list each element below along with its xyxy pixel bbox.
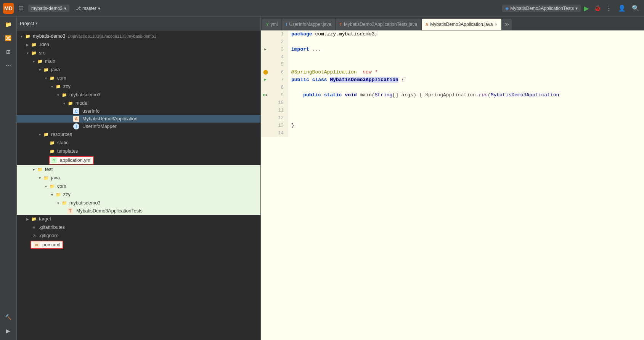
app-logo: MD xyxy=(3,3,14,14)
root-path-label: D:\javacode1103\javacode1103\mybatis-dem… xyxy=(67,34,156,38)
tab-overflow[interactable]: ≫ xyxy=(502,19,512,30)
line-1-content: package com.zzy.mybatisdemo3; xyxy=(288,30,644,38)
left-sidebar: 📁 🔀 ⊞ ⋯ 🔨 ▶ xyxy=(0,17,17,340)
run-tool-icon[interactable]: ▶ xyxy=(2,325,14,337)
zzy-folder-icon: 📁 xyxy=(55,83,62,90)
target-folder-item[interactable]: ▶ 📁 target xyxy=(17,215,260,223)
structure-icon[interactable]: ⊞ xyxy=(2,46,14,58)
code-line-9: ▶▶ 9 public static void main(String[] ar… xyxy=(261,91,644,99)
line-2-number: 2 xyxy=(270,38,288,46)
main-folder-label: main xyxy=(45,59,55,64)
application-yml-item[interactable]: Y application.yml xyxy=(17,155,260,165)
src-folder-item[interactable]: ▾ 📁 src xyxy=(17,49,260,57)
tab-userinfomapper-label: UserInfoMapper.java xyxy=(289,22,331,27)
tab-yml-icon: Y xyxy=(266,22,269,27)
com-folder-label: com xyxy=(57,75,66,81)
commit-icon[interactable]: 🔀 xyxy=(2,32,14,44)
mybatisdemo3-folder-item[interactable]: ▾ 📁 mybatisdemo3 xyxy=(17,91,260,99)
mybatisdemo3-arrow-icon: ▾ xyxy=(55,93,61,97)
main-folder-item[interactable]: ▾ 📁 main xyxy=(17,57,260,65)
tab-myapp-icon: A xyxy=(426,22,428,27)
test-com-label: com xyxy=(57,184,66,189)
userinfo-class-label: userInfo xyxy=(82,109,100,114)
line-14-number: 14 xyxy=(270,129,288,137)
test-mybatisdemo3-item[interactable]: ▾ 📁 mybatisdemo3 xyxy=(17,199,260,207)
line-5-content xyxy=(288,61,644,69)
branch-selector-button[interactable]: ⎇ master ▾ xyxy=(72,5,103,12)
editor-area: Y yml I UserInfoMapper.java T MybatisDem… xyxy=(261,17,644,340)
line-10-gutter xyxy=(261,99,270,107)
run-config-button[interactable]: ◈ MybatisDemo3ApplicationTests ▾ xyxy=(502,5,581,12)
main-folder-icon: 📁 xyxy=(37,58,43,65)
line-9-gutter: ▶▶ xyxy=(261,91,270,99)
test-mybatisdemo3-label: mybatisdemo3 xyxy=(69,200,100,206)
test-apptest-label: MybatisDemo3ApplicationTests xyxy=(76,208,143,214)
test-zzy-item[interactable]: ▾ 📁 zzy xyxy=(17,190,260,199)
idea-folder-item[interactable]: ▶ 📁 .idea xyxy=(17,40,260,49)
idea-arrow-icon: ▶ xyxy=(24,43,31,47)
tab-userinfomapper[interactable]: I UserInfoMapper.java xyxy=(282,19,335,30)
templates-folder-item[interactable]: 📁 templates xyxy=(17,147,260,155)
test-arrow-icon: ▾ xyxy=(31,168,37,172)
tab-yml[interactable]: Y yml xyxy=(262,19,281,30)
line-9-content: public static void main(String[] args) {… xyxy=(288,91,644,99)
project-selector-button[interactable]: mybatis-demo3 ▾ xyxy=(28,5,69,12)
resources-folder-item[interactable]: ▾ 📁 resources xyxy=(17,130,260,139)
run-button[interactable]: ▶ xyxy=(582,3,591,14)
more-tools-icon[interactable]: ⋯ xyxy=(2,59,14,72)
project-view-icon[interactable]: 📁 xyxy=(2,18,14,30)
model-folder-label: model xyxy=(75,101,88,106)
line-10-number: 10 xyxy=(270,99,288,107)
com-folder-icon: 📁 xyxy=(49,75,56,81)
test-folder-item[interactable]: ▾ 📁 test xyxy=(17,165,260,174)
target-arrow-icon: ▶ xyxy=(24,217,31,221)
line-2-content xyxy=(288,38,644,46)
mybatisapp-class-item[interactable]: A MybatisDemo3Application xyxy=(17,115,260,123)
test-folder-icon: 📁 xyxy=(37,166,43,173)
project-header-chevron: ▾ xyxy=(35,21,38,26)
userinfomapper-item[interactable]: I UserInfoMapper xyxy=(17,123,260,130)
test-apptest-item[interactable]: T MybatisDemo3ApplicationTests xyxy=(17,207,260,215)
static-folder-icon: 📁 xyxy=(49,139,56,146)
userinfomapper-label: UserInfoMapper xyxy=(82,124,117,129)
line-1-number: 1 xyxy=(270,30,288,38)
code-line-2: 2 xyxy=(261,38,644,46)
gitattributes-item[interactable]: ≡ .gitattributes xyxy=(17,223,260,231)
tab-userinfomapper-icon: I xyxy=(286,22,287,27)
build-icon[interactable]: 🔨 xyxy=(2,311,14,323)
model-folder-item[interactable]: ▾ 📁 model xyxy=(17,99,260,107)
idea-folder-label: .idea xyxy=(39,42,49,47)
pom-xml-item[interactable]: m pom.xml xyxy=(17,240,260,250)
tree-root-item[interactable]: ▾ 📁 mybatis-demo3 D:\javacode1103\javaco… xyxy=(17,32,260,40)
test-java-folder-icon: 📁 xyxy=(43,174,50,181)
left-sidebar-bottom: 🔨 ▶ xyxy=(2,311,14,340)
line-14-content xyxy=(288,129,644,137)
test-java-item[interactable]: ▾ 📁 java xyxy=(17,174,260,182)
static-folder-item[interactable]: 📁 static xyxy=(17,139,260,147)
search-button[interactable]: 🔍 xyxy=(630,3,641,13)
account-button[interactable]: 👤 xyxy=(617,3,627,13)
code-line-7: ▶ 7 public class MybatisDemo3Application… xyxy=(261,76,644,84)
com-folder-item[interactable]: ▾ 📁 com xyxy=(17,74,260,82)
line-13-gutter xyxy=(261,122,270,129)
more-run-options-button[interactable]: ⋮ xyxy=(604,3,613,13)
debug-button[interactable]: 🐞 xyxy=(592,3,603,13)
zzy-folder-item[interactable]: ▾ 📁 zzy xyxy=(17,82,260,91)
java-folder-item[interactable]: ▾ 📁 java xyxy=(17,65,260,74)
branch-chevron-icon: ▾ xyxy=(98,6,100,11)
line-6-gutter: ⬤ xyxy=(261,69,270,76)
tab-mybatisapp-close-icon[interactable]: ✕ xyxy=(495,22,498,27)
line-8-content xyxy=(288,84,644,91)
resources-folder-icon: 📁 xyxy=(43,131,50,138)
test-com-item[interactable]: ▾ 📁 com xyxy=(17,182,260,190)
tab-mybatisapp[interactable]: A MybatisDemo3Application.java ✕ xyxy=(422,19,501,30)
userinfo-class-item[interactable]: C userInfo xyxy=(17,107,260,115)
java-folder-icon: 📁 xyxy=(43,66,50,73)
tab-mybatistests[interactable]: T MybatisDemo3ApplicationTests.java xyxy=(336,19,421,30)
hamburger-menu-button[interactable]: ☰ xyxy=(17,3,25,13)
line-8-number: 8 xyxy=(270,84,288,91)
test-folder-label: test xyxy=(45,167,53,172)
mybatisdemo3-folder-icon: 📁 xyxy=(61,91,68,98)
test-zzy-folder-icon: 📁 xyxy=(55,191,62,198)
gitignore-item[interactable]: ⊘ .gitignore xyxy=(17,231,260,240)
